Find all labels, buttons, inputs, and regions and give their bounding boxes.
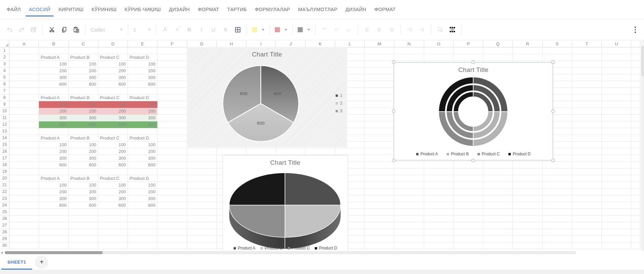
row-header-11[interactable]: 11 — [0, 115, 9, 121]
cell-R18[interactable] — [513, 162, 542, 168]
cell-T7[interactable] — [572, 88, 602, 94]
cell-G27[interactable] — [187, 222, 217, 229]
cell-E12[interactable]: 600 — [128, 121, 157, 128]
cell-A9[interactable] — [9, 101, 39, 108]
cell-S29[interactable] — [543, 236, 572, 242]
cell-T25[interactable] — [572, 209, 602, 216]
cell-S28[interactable] — [543, 229, 572, 236]
cell-A21[interactable] — [9, 182, 39, 189]
paste-button[interactable] — [70, 23, 82, 36]
cell-D9[interactable]: 100 — [98, 101, 128, 108]
cell-P23[interactable] — [454, 195, 483, 202]
cell-M11[interactable] — [365, 115, 394, 121]
cell-partial-15[interactable] — [631, 142, 640, 148]
cell-partial-7[interactable] — [631, 88, 640, 94]
cell-D15[interactable]: 100 — [98, 142, 128, 148]
cell-U7[interactable] — [602, 88, 631, 94]
cell-F16[interactable] — [157, 148, 187, 155]
cell-B24[interactable]: 600 — [39, 202, 68, 209]
row-header-5[interactable]: 5 — [0, 74, 9, 81]
cell-partial-16[interactable] — [631, 148, 640, 155]
cell-G18[interactable] — [187, 162, 217, 168]
cell-F18[interactable] — [157, 162, 187, 168]
italic-button[interactable]: I — [195, 23, 207, 36]
cell-E17[interactable]: 300 — [128, 155, 157, 162]
row-header-12[interactable]: 12 — [0, 121, 9, 128]
cell-partial-11[interactable] — [631, 115, 640, 121]
cell-D24[interactable]: 600 — [98, 202, 128, 209]
cell-D22[interactable]: 200 — [98, 189, 128, 195]
cell-O18[interactable] — [424, 162, 454, 168]
column-header-N[interactable]: N — [394, 41, 424, 47]
cell-partial-29[interactable] — [631, 236, 640, 242]
cell-B10[interactable]: 200 — [39, 108, 68, 115]
cell-B18[interactable]: 600 — [39, 162, 68, 168]
row-header-21[interactable]: 21 — [0, 182, 9, 189]
column-header-partial[interactable] — [631, 41, 640, 47]
cell-E22[interactable]: 200 — [128, 189, 157, 195]
cell-E6[interactable]: 600 — [128, 81, 157, 88]
selection-handle[interactable] — [392, 61, 395, 64]
cell-C23[interactable]: 300 — [69, 195, 98, 202]
cell-M4[interactable] — [365, 68, 394, 74]
cell-K16[interactable] — [306, 148, 335, 155]
cell-partial-17[interactable] — [631, 155, 640, 162]
cell-E15[interactable]: 100 — [128, 142, 157, 148]
column-header-B[interactable]: B — [39, 41, 68, 47]
cell-D13[interactable] — [98, 128, 128, 135]
cell-F25[interactable] — [157, 209, 187, 216]
cell-B4[interactable]: 200 — [39, 68, 68, 74]
cell-B6[interactable]: 600 — [39, 81, 68, 88]
row-header-28[interactable]: 28 — [0, 229, 9, 236]
cell-T30[interactable] — [572, 242, 602, 249]
cell-R19[interactable] — [513, 168, 542, 175]
menu-tab-2[interactable]: КИРИТИШ — [54, 0, 87, 19]
cell-E8[interactable]: Product D — [128, 94, 157, 101]
cell-G29[interactable] — [187, 236, 217, 242]
menu-tab-4[interactable]: КЎРИБ ЧИҚИШ — [121, 0, 165, 19]
row-header-10[interactable]: 10 — [0, 108, 9, 115]
cell-T1[interactable] — [572, 47, 602, 54]
cell-Q29[interactable] — [483, 236, 513, 242]
cell-E24[interactable]: 600 — [128, 202, 157, 209]
align-right-button[interactable] — [385, 23, 397, 36]
column-header-P[interactable]: P — [454, 41, 483, 47]
cell-U14[interactable] — [602, 135, 631, 142]
cell-D5[interactable]: 300 — [98, 74, 128, 81]
cell-F9[interactable] — [157, 101, 187, 108]
cell-I16[interactable] — [246, 148, 276, 155]
cell-partial-8[interactable] — [631, 94, 640, 101]
cell-P30[interactable] — [454, 242, 483, 249]
cell-A29[interactable] — [9, 236, 39, 242]
valign-middle-button[interactable] — [331, 23, 343, 36]
cell-U21[interactable] — [602, 182, 631, 189]
cell-F29[interactable] — [157, 236, 187, 242]
cell-O29[interactable] — [424, 236, 454, 242]
cell-B25[interactable] — [39, 209, 68, 216]
cell-D11[interactable]: 300 — [98, 115, 128, 121]
cell-F4[interactable] — [157, 68, 187, 74]
cell-C11[interactable]: 300 — [69, 115, 98, 121]
cell-P19[interactable] — [454, 168, 483, 175]
cell-R24[interactable] — [513, 202, 542, 209]
cell-O27[interactable] — [424, 222, 454, 229]
cell-E21[interactable]: 100 — [128, 182, 157, 189]
cell-A6[interactable] — [9, 81, 39, 88]
cell-S26[interactable] — [543, 216, 572, 222]
cell-partial-22[interactable] — [631, 189, 640, 195]
cell-Q26[interactable] — [483, 216, 513, 222]
cell-F23[interactable] — [157, 195, 187, 202]
cell-partial-6[interactable] — [631, 81, 640, 88]
cell-R26[interactable] — [513, 216, 542, 222]
row-header-26[interactable]: 26 — [0, 216, 9, 222]
row-header-18[interactable]: 18 — [0, 162, 9, 168]
cell-A1[interactable] — [9, 47, 39, 54]
cell-U29[interactable] — [602, 236, 631, 242]
cell-A16[interactable] — [9, 148, 39, 155]
cell-U30[interactable] — [602, 242, 631, 249]
cell-B20[interactable]: Product A — [39, 175, 68, 182]
column-header-I[interactable]: I — [246, 41, 276, 47]
cell-partial-3[interactable] — [631, 61, 640, 68]
cell-P22[interactable] — [454, 189, 483, 195]
cell-Q28[interactable] — [483, 229, 513, 236]
